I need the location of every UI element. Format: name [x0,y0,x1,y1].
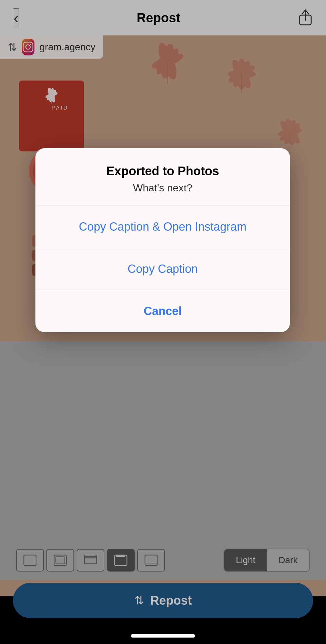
home-indicator [131,634,195,638]
modal-header: Exported to Photos What's next? [35,148,290,206]
cancel-button[interactable]: Cancel [35,290,290,332]
copy-caption-button[interactable]: Copy Caption [35,248,290,290]
copy-caption-open-instagram-button[interactable]: Copy Caption & Open Instagram [35,206,290,248]
action-sheet-modal: Exported to Photos What's next? Copy Cap… [35,148,290,332]
app-container: P A I D $ $ [0,0,326,644]
modal-subtitle: What's next? [48,182,277,194]
modal-title: Exported to Photos [48,164,277,178]
